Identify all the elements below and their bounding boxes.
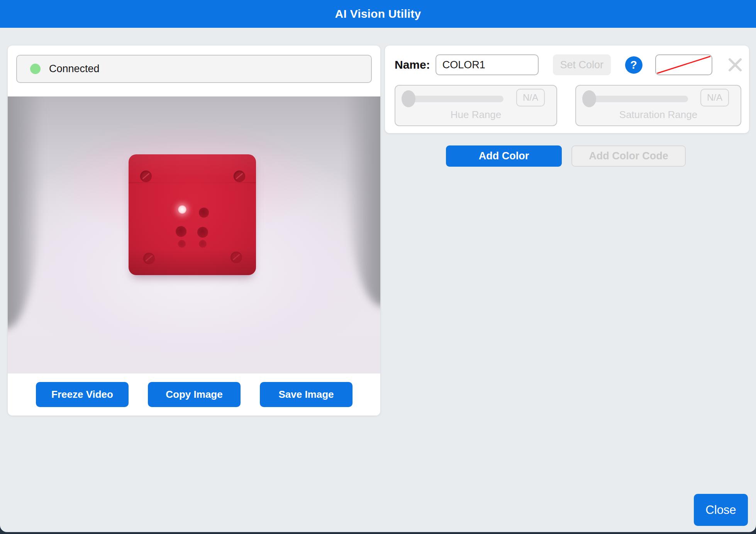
hue-value-chip: N/A <box>516 89 545 106</box>
add-color-code-button[interactable]: Add Color Code <box>571 145 686 167</box>
saturation-range-label: Saturation Range <box>576 109 741 121</box>
remove-color-icon[interactable] <box>728 58 742 72</box>
hue-range-panel: N/A Hue Range <box>395 85 557 126</box>
backdrop-left-edge <box>8 96 43 329</box>
cube-corner-detail <box>234 171 245 182</box>
backdrop-right-edge <box>345 96 380 306</box>
hue-slider-track[interactable] <box>408 96 503 102</box>
saturation-slider-track[interactable] <box>588 96 688 102</box>
color-swatch-empty[interactable] <box>655 54 712 75</box>
camera-video-feed[interactable] <box>8 96 380 373</box>
range-sliders-row: N/A Hue Range N/A Saturation Range <box>395 85 741 126</box>
cube-hole-highlight <box>178 205 186 214</box>
connection-status: Connected <box>16 55 372 83</box>
dialog-title: AI Vision Utility <box>335 7 421 20</box>
color-name-input[interactable] <box>436 54 539 75</box>
saturation-slider-knob[interactable] <box>582 90 596 107</box>
close-button[interactable]: Close <box>694 494 748 526</box>
cube-hole <box>199 240 207 248</box>
color-name-row: Name: Set Color ? <box>395 53 742 76</box>
video-button-row: Freeze Video Copy Image Save Image <box>8 382 380 407</box>
cube-hole <box>199 208 209 218</box>
cube-lid-seam <box>129 182 256 183</box>
cube-hole <box>176 226 186 237</box>
title-bar: AI Vision Utility <box>0 0 756 28</box>
x-close-icon <box>728 58 742 72</box>
freeze-video-button[interactable]: Freeze Video <box>36 382 129 407</box>
color-editor-panel: Name: Set Color ? N/A <box>385 46 749 133</box>
add-color-button[interactable]: Add Color <box>446 145 562 167</box>
saturation-range-panel: N/A Saturation Range <box>575 85 741 126</box>
cube-corner-detail <box>143 253 155 264</box>
connection-status-label: Connected <box>49 63 100 75</box>
hue-slider-knob[interactable] <box>402 90 415 107</box>
ai-vision-utility-dialog: AI Vision Utility Connected <box>0 0 756 532</box>
saturation-value-chip: N/A <box>700 89 729 106</box>
copy-image-button[interactable]: Copy Image <box>148 382 241 407</box>
question-mark-glyph: ? <box>630 59 637 71</box>
camera-panel: Connected Freeze Video Copy Image <box>8 46 380 416</box>
cube-corner-detail <box>231 252 242 263</box>
cube-corner-detail <box>140 171 152 182</box>
set-color-button[interactable]: Set Color <box>553 54 611 75</box>
cube-hole <box>178 240 186 248</box>
name-label: Name: <box>395 58 430 71</box>
cube-hole <box>197 227 208 238</box>
help-icon[interactable]: ? <box>625 56 642 74</box>
connected-dot-icon <box>30 64 41 74</box>
red-cube-object <box>129 154 256 275</box>
save-image-button[interactable]: Save Image <box>260 382 353 407</box>
hue-range-label: Hue Range <box>395 109 556 121</box>
red-slash-icon <box>656 55 712 74</box>
